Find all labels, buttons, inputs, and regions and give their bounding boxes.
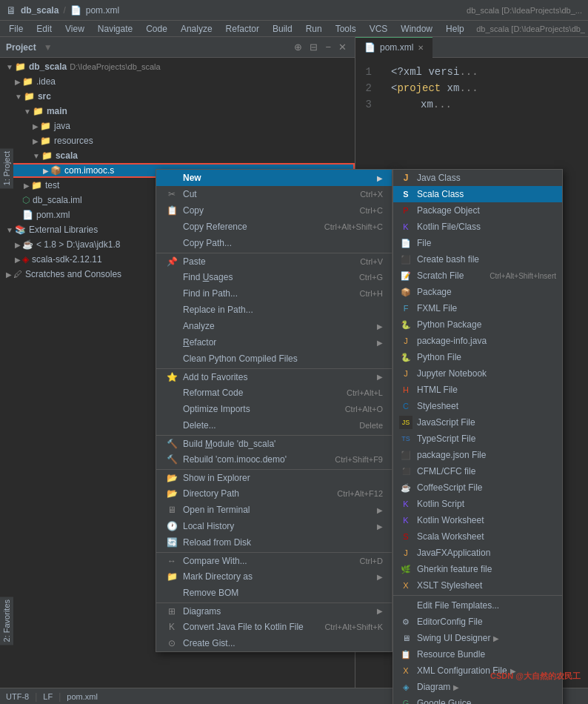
ctx-item-dir-path[interactable]: 📂 Directory Path Ctrl+Alt+F12 [156, 485, 392, 502]
ctx-item-convert-kotlin[interactable]: K Convert Java File to Kotlin File Ctrl+… [156, 619, 392, 635]
tree-item-scala[interactable]: ▼ 📁 scala [0, 148, 355, 163]
ctx-item-delete[interactable]: Delete... Delete [156, 417, 392, 434]
tree-icon-ext-libs: 📚 [15, 225, 26, 235]
ctx-new-item-bash-file[interactable]: ⬛ Create bash file [393, 251, 562, 268]
ctx-new-item-jupyter[interactable]: J Jupyter Notebook [393, 365, 562, 382]
ctx-new-item-java-class[interactable]: J Java Class [393, 170, 562, 186]
tree-item-resources[interactable]: ▶ 📁 resources [0, 133, 355, 148]
menu-vcs[interactable]: VCS [364, 22, 394, 36]
ctx-new-item-cfml[interactable]: ⬛ CFML/CFC file [393, 463, 562, 479]
tree-item-idea[interactable]: ▶ 📁 .idea [0, 74, 355, 89]
menu-run[interactable]: Run [300, 22, 328, 36]
ctx-new-item-javafx[interactable]: J JavaFXApplication [393, 545, 562, 561]
panel-action-sync[interactable]: ⊕ [292, 41, 304, 53]
ctx-item-mark-dir[interactable]: 📁 Mark Directory as ▶ [156, 568, 392, 585]
tab-close-pom[interactable]: ✕ [418, 44, 424, 52]
ctx-item-show-explorer[interactable]: 📂 Show in Explorer [156, 469, 392, 485]
ctx-item-build-module[interactable]: 🔨 Build Module 'db_scala' [156, 435, 392, 451]
ctx-item-diagrams[interactable]: ⊞ Diagrams ▶ [156, 602, 392, 619]
ctx-item-refactor[interactable]: Refactor ▶ [156, 334, 392, 351]
ctx-new-item-resource-bundle[interactable]: 📋 Resource Bundle [393, 646, 562, 663]
ctx-new-item-edit-templates[interactable]: Edit File Templates... [393, 597, 562, 614]
title-bar: 🖥 db_scala / 📄 pom.xml db_scala [D:\Idea… [0, 0, 588, 21]
tree-arrow-idea: ▶ [15, 78, 21, 86]
project-panel-label[interactable]: 1: Project [0, 148, 13, 188]
tab-pom-xml[interactable]: 📄 pom.xml ✕ [355, 37, 432, 58]
menu-help[interactable]: Help [440, 22, 470, 36]
ctx-new-item-kotlin-worksheet[interactable]: K Kotlin Worksheet [393, 512, 562, 528]
ctx-new-item-fxml[interactable]: F FXML File [393, 300, 562, 316]
ctx-icon-analyze [165, 319, 178, 333]
ctx-icon-build-module: 🔨 [165, 437, 178, 451]
ctx-new-item-package-info[interactable]: J package-info.java [393, 333, 562, 349]
tree-item-java[interactable]: ▶ 📁 java [0, 119, 355, 133]
menu-code[interactable]: Code [140, 22, 173, 36]
ctx-item-cut[interactable]: ✂ Cut Ctrl+X [156, 186, 392, 202]
ctx-label-replace-path: Replace in Path... [183, 305, 383, 315]
tree-item-src[interactable]: ▼ 📁 src [0, 89, 355, 104]
ctx-item-copy-path[interactable]: Copy Path... [156, 235, 392, 251]
panel-action-close[interactable]: ✕ [336, 41, 349, 53]
ctx-item-favorites[interactable]: ⭐ Add to Favorites ▶ [156, 368, 392, 385]
ctx-item-compare[interactable]: ↔ Compare With... Ctrl+D [156, 552, 392, 568]
ctx-item-create-gist[interactable]: ⊙ Create Gist... [156, 635, 392, 651]
menu-tools[interactable]: Tools [330, 22, 362, 36]
tree-icon-scala-sdk: ◈ [22, 254, 29, 265]
ctx-new-item-scratch-file[interactable]: 📝 Scratch File Ctrl+Alt+Shift+Insert [393, 268, 562, 284]
ctx-item-local-history[interactable]: 🕐 Local History ▶ [156, 518, 392, 534]
panel-action-collapse[interactable]: ⊟ [307, 41, 320, 53]
ctx-item-find-usages[interactable]: Find Usages Ctrl+G [156, 269, 392, 285]
ctx-item-copy-ref[interactable]: Copy Reference Ctrl+Alt+Shift+C [156, 219, 392, 235]
ctx-new-icon-package: 📦 [399, 285, 412, 299]
menu-build[interactable]: Build [267, 22, 298, 36]
ctx-new-item-python-file[interactable]: 🐍 Python File [393, 349, 562, 365]
favorites-panel-label[interactable]: 2: Favorites [0, 597, 13, 645]
ctx-item-copy[interactable]: 📋 Copy Ctrl+C [156, 202, 392, 219]
tree-arrow-main: ▼ [24, 107, 31, 116]
ctx-item-analyze[interactable]: Analyze ▶ [156, 318, 392, 334]
ctx-item-find-path[interactable]: Find in Path... Ctrl+H [156, 285, 392, 302]
ctx-new-item-package-json[interactable]: ⬛ package.json File [393, 447, 562, 463]
menu-window[interactable]: Window [395, 22, 438, 36]
ctx-new-item-package-object[interactable]: P Package Object [393, 202, 562, 219]
ctx-new-item-gherkin[interactable]: 🌿 Gherkin feature file [393, 561, 562, 577]
menu-navigate[interactable]: Navigate [92, 22, 138, 36]
ctx-new-item-stylesheet[interactable]: C Stylesheet [393, 398, 562, 414]
ctx-item-remove-bom[interactable]: Remove BOM [156, 585, 392, 601]
ctx-new-item-typescript[interactable]: TS TypeScript File [393, 431, 562, 447]
ctx-new-item-javascript[interactable]: JS JavaScript File [393, 414, 562, 431]
tree-item-db-scala[interactable]: ▼ 📁 db_scala D:\IdeaProjects\db_scala [0, 59, 355, 74]
ctx-new-item-python-package[interactable]: 🐍 Python Package [393, 316, 562, 333]
ctx-item-reformat[interactable]: Reformat Code Ctrl+Alt+L [156, 385, 392, 401]
ctx-item-paste[interactable]: 📌 Paste Ctrl+V [156, 253, 392, 269]
ctx-new-item-editorconfig[interactable]: ⚙ EditorConfig File [393, 614, 562, 630]
panel-action-minimize[interactable]: − [323, 41, 333, 53]
ctx-icon-reformat [165, 386, 178, 399]
ctx-item-rebuild[interactable]: 🔨 Rebuild 'com.imooc.demo' Ctrl+Shift+F9 [156, 451, 392, 468]
ctx-new-item-package[interactable]: 📦 Package [393, 284, 562, 300]
ctx-item-optimize[interactable]: Optimize Imports Ctrl+Alt+O [156, 401, 392, 417]
ctx-item-open-terminal[interactable]: 🖥 Open in Terminal ▶ [156, 502, 392, 518]
ctx-new-item-xslt[interactable]: X XSLT Stylesheet [393, 577, 562, 594]
ctx-new-item-kotlin-script[interactable]: K Kotlin Script [393, 496, 562, 512]
tree-item-main[interactable]: ▼ 📁 main [0, 104, 355, 119]
ctx-new-item-google-guice[interactable]: G Google Guice [393, 695, 562, 704]
ctx-new-item-html[interactable]: H HTML File [393, 382, 562, 398]
ctx-new-item-file[interactable]: 📄 File [393, 235, 562, 251]
ctx-item-replace-path[interactable]: Replace in Path... [156, 302, 392, 318]
menu-edit[interactable]: Edit [30, 22, 58, 36]
ctx-shortcut-reformat: Ctrl+Alt+L [347, 388, 383, 397]
ctx-new-item-swing-ui[interactable]: 🖥 Swing UI Designer ▶ [393, 630, 562, 646]
menu-file[interactable]: File [3, 22, 29, 36]
ctx-item-new[interactable]: New ▶ [156, 170, 392, 186]
menu-view[interactable]: View [59, 22, 90, 36]
menu-refactor[interactable]: Refactor [220, 22, 265, 36]
ctx-new-item-kotlin-file[interactable]: K Kotlin File/Class [393, 219, 562, 235]
menu-analyze[interactable]: Analyze [175, 22, 218, 36]
ctx-new-item-scala-class[interactable]: S Scala Class [393, 186, 562, 202]
ctx-item-clean-python[interactable]: Clean Python Compiled Files [156, 351, 392, 367]
ctx-new-item-coffeescript[interactable]: ☕ CoffeeScript File [393, 479, 562, 496]
ctx-new-item-scala-worksheet[interactable]: S Scala Worksheet [393, 528, 562, 545]
ctx-item-reload[interactable]: 🔄 Reload from Disk [156, 534, 392, 551]
ctx-new-label-typescript: TypeScript File [417, 434, 475, 444]
